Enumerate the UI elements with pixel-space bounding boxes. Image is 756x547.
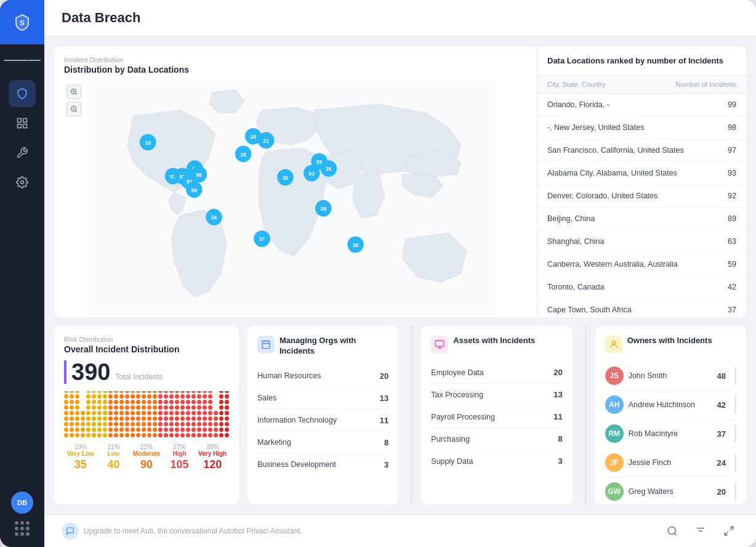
- owners-panel: Owners with Incidents JS John Smith 48 A…: [595, 326, 746, 504]
- dot-grid-button[interactable]: [11, 517, 33, 540]
- owner-row: JS John Smith 48: [605, 362, 736, 391]
- owner-count: 42: [717, 400, 726, 410]
- footer-chat: Upgrade to meet Auti, the conversational…: [62, 522, 302, 540]
- orgs-row: Business Development3: [257, 454, 388, 476]
- orgs-row-label: Information Technology: [257, 416, 337, 424]
- assets-row: Supply Data3: [431, 450, 562, 472]
- orgs-rows: Human Resources20Sales13Information Tech…: [257, 365, 388, 476]
- orgs-row: Human Resources20: [257, 365, 388, 387]
- dl-row: Orlando, Florida, -99: [537, 94, 746, 116]
- dl-incident-count: 93: [728, 169, 736, 177]
- dl-row: San Francisco, California, United States…: [537, 139, 746, 162]
- dl-row: Shanghai, China63: [537, 230, 746, 253]
- sidebar-item-dashboard[interactable]: [9, 110, 36, 137]
- dl-incident-count: 99: [728, 100, 736, 109]
- footer-actions: [662, 521, 739, 541]
- dl-city-name: Orlando, Florida, -: [547, 100, 609, 109]
- orgs-row-value: 8: [384, 438, 388, 447]
- svg-rect-5: [23, 124, 27, 128]
- owner-row: JF Jessie Finch 24: [605, 448, 736, 477]
- dl-city-name: Cape Town, South Africa: [547, 306, 632, 314]
- dl-incident-count: 89: [728, 214, 736, 223]
- svg-point-6: [21, 181, 24, 184]
- svg-point-59: [668, 527, 675, 534]
- sidebar-item-tools[interactable]: [9, 139, 36, 166]
- orgs-row-label: Human Resources: [257, 371, 321, 380]
- owner-avatar: RM: [605, 424, 624, 443]
- risk-section-label: Risk Distribution: [64, 336, 229, 343]
- assets-row: Employee Data20: [431, 362, 562, 384]
- svg-rect-51: [262, 341, 270, 349]
- dl-incident-count: 37: [728, 306, 736, 314]
- footer: Upgrade to meet Auti, the conversational…: [44, 514, 756, 547]
- risk-label: Moderate: [130, 450, 163, 457]
- user-avatar[interactable]: DB: [11, 492, 33, 514]
- assets-row-label: Tax Processing: [431, 391, 483, 399]
- owners-header: Owners with Incidents: [605, 336, 736, 353]
- assets-row-label: Payroll Processing: [431, 413, 495, 421]
- assets-row-label: Supply Data: [431, 457, 473, 466]
- svg-text:26: 26: [326, 166, 332, 172]
- dot-chart: [64, 391, 229, 437]
- orgs-row: Marketing8: [257, 432, 388, 454]
- dl-city-name: Alabama City, Alabama, United States: [547, 169, 677, 177]
- assets-row-value: 13: [553, 390, 562, 399]
- bottom-panels: Risk Distribution Overall Incident Distr…: [54, 326, 746, 504]
- search-button[interactable]: [662, 521, 682, 541]
- world-map: 18 42 97: [64, 81, 518, 315]
- owner-avatar: AH: [605, 395, 624, 414]
- hamburger-menu[interactable]: [0, 47, 44, 74]
- sidebar-item-settings[interactable]: [9, 169, 36, 196]
- assets-row-label: Purchasing: [431, 435, 470, 444]
- sidebar: S DB: [0, 0, 44, 547]
- dl-incident-count: 92: [728, 192, 736, 200]
- owner-row: GW Greg Walters 20: [605, 477, 736, 504]
- assets-title: Assets with Incidents: [453, 336, 535, 346]
- svg-line-60: [674, 533, 676, 535]
- svg-text:99: 99: [191, 187, 198, 193]
- risk-label: Low: [97, 450, 131, 457]
- orgs-row-label: Marketing: [257, 438, 291, 447]
- svg-text:89: 89: [316, 159, 323, 165]
- dl-column-headers: City, State, Country Number of Incidents: [537, 76, 746, 94]
- page-header: Data Breach: [44, 0, 756, 36]
- dl-col-incidents: Number of Incidents: [676, 81, 736, 88]
- dl-row: Beijing, China89: [537, 208, 746, 230]
- owners-title: Owners with Incidents: [627, 336, 712, 346]
- svg-rect-4: [18, 124, 22, 128]
- risk-bar-item: 11% Low 40: [97, 444, 131, 471]
- svg-text:21: 21: [263, 138, 269, 144]
- filter-button[interactable]: [691, 521, 710, 541]
- risk-pct: 27%: [163, 444, 196, 450]
- svg-line-64: [730, 527, 733, 530]
- dl-incident-count: 97: [728, 146, 736, 155]
- risk-bar-item: 10% Very Low 35: [64, 444, 97, 471]
- owner-divider: [734, 482, 736, 501]
- owner-count: 48: [717, 371, 726, 381]
- risk-value: 90: [130, 458, 163, 471]
- sidebar-logo[interactable]: S: [0, 0, 44, 44]
- owner-divider: [734, 395, 736, 414]
- dl-row: Canberra, Western Australia, Australia59: [537, 253, 746, 276]
- svg-text:59: 59: [320, 206, 326, 212]
- owners-rows: JS John Smith 48 AH Andrew Hutchinson 42…: [605, 362, 736, 504]
- svg-text:34: 34: [211, 214, 217, 221]
- dl-incident-count: 98: [728, 123, 736, 132]
- risk-distribution-panel: Risk Distribution Overall Incident Distr…: [54, 326, 239, 504]
- assets-row-value: 3: [558, 456, 562, 466]
- orgs-row: Sales13: [257, 387, 388, 410]
- assets-row: Purchasing8: [431, 428, 562, 450]
- managing-orgs-panel: Managing Orgs with Incidents Human Resou…: [247, 326, 398, 504]
- dl-incident-count: 42: [728, 283, 736, 291]
- risk-pct: 11%: [97, 444, 131, 450]
- share-button[interactable]: [719, 521, 739, 541]
- dl-col-city: City, State, Country: [547, 81, 606, 88]
- main-content: Data Breach Incident Distribution Distri…: [44, 0, 756, 547]
- svg-text:63: 63: [308, 171, 315, 177]
- dl-row: Alabama City, Alabama, United States93: [537, 162, 746, 185]
- assets-header: Assets with Incidents: [431, 336, 562, 353]
- sidebar-item-shield[interactable]: [9, 80, 36, 107]
- risk-bars: 10% Very Low 35 11% Low 40 22% Moderate …: [64, 444, 229, 471]
- map-section: Incident Distribution Distribution by Da…: [54, 46, 528, 317]
- top-panel: Incident Distribution Distribution by Da…: [54, 46, 746, 317]
